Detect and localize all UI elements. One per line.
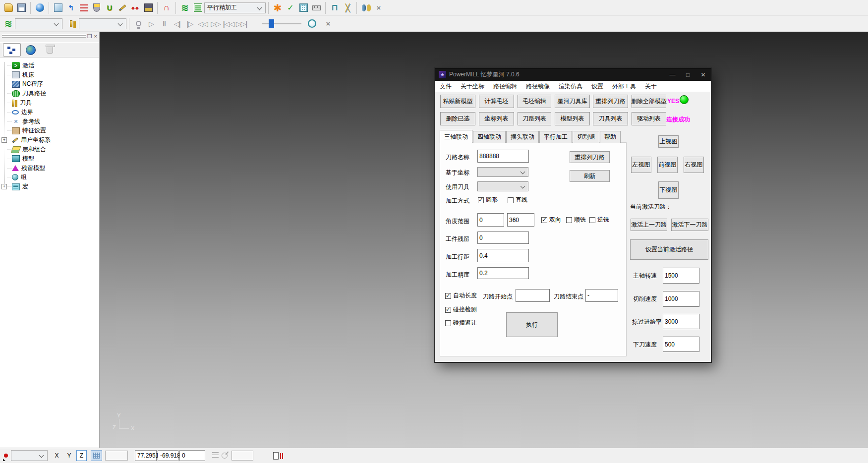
create-block-icon[interactable] [52,2,64,14]
tree-item-boundaries[interactable]: 边界 [0,108,99,117]
draw-curve-icon[interactable] [116,2,128,14]
menu-path-mirror[interactable]: 路径镜像 [521,82,554,91]
tool-drills-icon[interactable] [66,18,78,30]
lightbulb-icon[interactable] [132,18,144,30]
tree-item-patterns[interactable]: ✕参考线 [0,117,99,126]
end-point-input[interactable] [585,289,618,302]
toolpath-name-input[interactable] [477,150,529,163]
tree-item-activate[interactable]: >激活 [0,61,99,70]
tool-list-button[interactable]: 刀具列表 [593,112,628,125]
tree-item-macros[interactable]: +宏 [0,182,99,191]
toolbar-close-icon[interactable]: × [322,18,334,30]
grid-snap-button[interactable] [91,450,102,461]
toolpath-spring-icon[interactable]: ≋ [2,18,14,30]
auto-length-checkbox[interactable] [445,293,451,299]
tree-item-toolpaths[interactable]: 刀具路径 [0,89,99,98]
view-left-button[interactable]: 左视图 [631,157,651,173]
axis-x-button[interactable]: X [52,450,62,461]
step-forward-button[interactable]: |▷ [183,20,196,28]
clock-icon[interactable] [306,18,318,30]
menu-render-sim[interactable]: 渲染仿真 [554,82,587,91]
stock-input[interactable] [477,232,529,244]
tree-item-models[interactable]: 模型 [0,154,99,164]
tree-item-machine[interactable]: 机床 [0,70,99,80]
tree-item-feature-sets[interactable]: 特征设置 [0,126,99,136]
tab-swivel[interactable]: 摆头联动 [506,131,539,143]
toolpath-spring-icon[interactable]: ≋ [179,2,191,14]
mode-line-option[interactable]: 直线 [508,196,527,204]
dock-grip[interactable]: ❐ × [0,32,99,42]
auto-length-option[interactable]: 自动长度 [445,291,477,300]
go-start-button[interactable]: |◁◁ [222,20,235,28]
open-file-icon[interactable] [2,2,14,14]
view-bottom-button[interactable]: 下视图 [658,181,679,199]
create-points-icon[interactable]: ◆◆ [129,2,141,14]
tab-explorer-tree[interactable] [3,43,21,57]
coord-dropdown[interactable] [477,167,528,177]
view-front-button[interactable]: 前视图 [657,157,678,173]
sim-tool-dropdown[interactable] [79,18,126,29]
tool-dropdown[interactable] [477,181,528,191]
spindle-input[interactable] [663,268,699,284]
rearrange-toolpaths-button[interactable]: 重排列刀路 [593,95,628,108]
pick-value-field[interactable] [231,451,253,461]
ball-tool-icon[interactable] [91,2,103,14]
refresh-button[interactable]: 刷新 [570,170,610,182]
transform-axes-icon[interactable]: ╳ [342,2,353,14]
sim-speed-slider[interactable] [262,19,301,29]
axis-z-button[interactable]: Z [76,450,87,461]
tab-4axis[interactable]: 四轴联动 [473,131,506,143]
angle-start-input[interactable] [477,213,504,227]
expand-icon[interactable]: + [1,184,7,189]
menu-coords[interactable]: 关于坐标 [456,82,489,91]
tree-item-tools[interactable]: 刀具 [0,98,99,108]
sim-toolpath-dropdown[interactable] [15,18,62,29]
cutting-feed-input[interactable] [663,291,699,307]
coord-z-field[interactable]: 0 [179,450,205,461]
view-top-button[interactable]: 上视图 [658,135,679,148]
tree-item-workplanes[interactable]: +用户坐标系 [0,135,99,145]
tab-viewer-globe[interactable] [22,43,40,57]
start-point-input[interactable] [516,289,550,302]
slider-handle[interactable] [269,19,274,28]
play-button[interactable]: ▷ [145,20,158,28]
toolpath-burst-icon[interactable]: ✱ [272,2,284,14]
activate-prev-button[interactable]: 激活上一刀路 [631,219,667,231]
u-channel-icon[interactable]: U [104,2,116,14]
plunge-feed-input[interactable] [663,337,699,352]
status-dropdown[interactable] [11,450,48,461]
tree-item-nc-program[interactable]: NC程序 [0,80,99,89]
coord-x-field[interactable]: 77.2951 [135,450,157,461]
activate-next-button[interactable]: 激活下一刀路 [671,219,708,231]
record-dot-icon[interactable] [4,454,8,458]
axis-y-button[interactable]: Y [64,450,74,461]
view-right-button[interactable]: 右视图 [684,157,704,173]
maximize-button[interactable]: □ [680,68,695,81]
circle-checkbox[interactable] [478,197,484,203]
tab-3axis[interactable]: 三轴联动 [440,130,472,143]
menu-external-tools[interactable]: 外部工具 [608,82,640,91]
tab-parallel[interactable]: 平行加工 [539,131,572,143]
collision-check-icon[interactable]: ∩ [161,2,173,14]
execute-button[interactable]: 执行 [506,312,558,337]
shaded-view-icon[interactable] [34,2,46,14]
ruler-icon[interactable] [310,2,322,14]
angle-end-input[interactable] [507,213,534,227]
collision-avoid-checkbox[interactable] [445,320,451,326]
toolpath-pattern-icon[interactable]: ↰ [65,2,77,14]
toolbar-close-icon[interactable]: × [373,2,385,14]
climb-checkbox[interactable] [566,217,572,223]
save-icon[interactable] [15,2,27,14]
tab-recycle-bin[interactable] [41,43,58,57]
set-active-path-button[interactable]: 设置当前激活路径 [630,239,708,260]
minimize-button[interactable]: — [665,68,680,81]
delete-all-models-button[interactable]: 删除全部模型 [632,95,666,108]
model-list-button[interactable]: 模型列表 [555,112,590,125]
expand-icon[interactable]: + [1,137,7,143]
tab-saw[interactable]: 切割锯 [573,131,599,143]
menu-settings[interactable]: 设置 [587,82,608,91]
edit-stock-button[interactable]: 毛坯编辑 [518,95,551,108]
tab-help[interactable]: 帮助 [600,131,621,143]
conventional-checkbox[interactable] [589,217,595,223]
calc-stock-button[interactable]: 计算毛坯 [479,95,514,108]
